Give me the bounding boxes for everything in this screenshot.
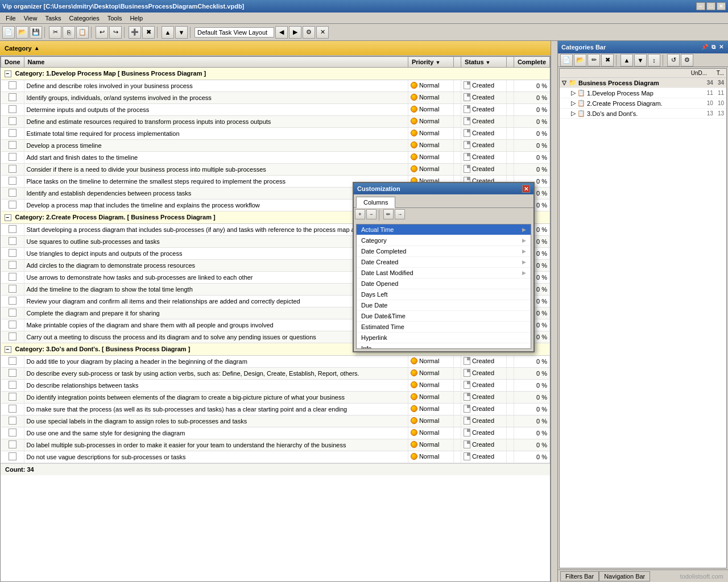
paste-button[interactable]: 📋	[76, 26, 89, 39]
dialog-remove-button[interactable]: −	[366, 209, 377, 219]
done-cell[interactable]	[1, 224, 24, 236]
checkbox[interactable]	[9, 237, 16, 245]
done-cell[interactable]	[1, 272, 24, 284]
done-cell[interactable]	[1, 176, 24, 188]
checkbox[interactable]	[9, 201, 16, 209]
dialog-column-item[interactable]: Estimated Time	[357, 322, 531, 332]
done-cell[interactable]	[1, 427, 24, 439]
main-scrollbar[interactable]	[551, 41, 557, 582]
dialog-column-item[interactable]: Date Opened	[357, 278, 531, 289]
checkbox[interactable]	[9, 417, 16, 425]
done-cell[interactable]	[1, 296, 24, 307]
done-cell[interactable]	[1, 404, 24, 415]
expand-arrow[interactable]: ▷	[571, 99, 576, 107]
checkbox[interactable]	[9, 452, 16, 460]
checkbox[interactable]	[9, 225, 16, 233]
move-up-button[interactable]: ▲	[162, 26, 174, 39]
collapse-arrow[interactable]: −	[5, 214, 11, 221]
done-cell[interactable]	[1, 92, 24, 104]
dialog-arrow-button[interactable]: →	[395, 209, 405, 219]
done-cell[interactable]	[1, 380, 24, 392]
tree-item-3[interactable]: ▷📋 3.Do's and Dont's. 13 13	[560, 109, 726, 119]
dialog-column-item[interactable]: Date Completed▶	[357, 246, 531, 257]
new-button[interactable]: 📄	[2, 26, 15, 39]
menu-help[interactable]: Help	[126, 14, 146, 23]
checkbox[interactable]	[9, 261, 16, 269]
checkbox[interactable]	[9, 321, 16, 329]
col-status[interactable]: Status ▼	[461, 57, 506, 68]
checkbox[interactable]	[9, 273, 16, 281]
checkbox[interactable]	[9, 393, 16, 401]
menu-view[interactable]: View	[20, 14, 41, 23]
done-cell[interactable]	[1, 152, 24, 164]
tree-item-2[interactable]: ▷📋 2.Create Process Diagram. 10 10	[560, 98, 726, 109]
checkbox[interactable]	[9, 249, 16, 257]
done-cell[interactable]	[1, 260, 24, 272]
cat-move-button[interactable]: ↕	[648, 54, 660, 66]
done-cell[interactable]	[1, 80, 24, 92]
checkbox[interactable]	[9, 381, 16, 389]
col-priority[interactable]: Priority ▼	[408, 57, 453, 68]
tree-expand[interactable]: ▽	[562, 80, 566, 86]
panel-pin-button[interactable]: 📌	[700, 44, 709, 51]
menu-file[interactable]: File	[2, 14, 19, 23]
checkbox[interactable]	[9, 129, 16, 137]
done-cell[interactable]	[1, 451, 24, 463]
cat-settings-button[interactable]: ⚙	[681, 54, 693, 66]
checkbox[interactable]	[9, 81, 16, 89]
checkbox[interactable]	[9, 405, 16, 413]
checkbox[interactable]	[9, 332, 16, 340]
done-cell[interactable]	[1, 116, 24, 128]
checkbox[interactable]	[9, 285, 16, 293]
delete-task-button[interactable]: ✖	[142, 26, 155, 39]
dialog-column-item[interactable]: Days Left	[357, 289, 531, 300]
done-cell[interactable]	[1, 140, 24, 152]
filters-bar-tab[interactable]: Filters Bar	[560, 571, 599, 581]
done-cell[interactable]	[1, 392, 24, 404]
cat-new-button[interactable]: 📄	[560, 54, 573, 66]
checkbox[interactable]	[9, 105, 16, 113]
checkbox[interactable]	[9, 177, 16, 185]
expand-arrow[interactable]: ▷	[571, 89, 576, 97]
move-down-button[interactable]: ▼	[175, 26, 188, 39]
minimize-button[interactable]: −	[696, 2, 705, 10]
done-cell[interactable]	[1, 356, 24, 368]
dialog-column-item[interactable]: Due Date	[357, 300, 531, 311]
done-cell[interactable]	[1, 248, 24, 260]
done-cell[interactable]	[1, 439, 24, 451]
checkbox[interactable]	[9, 309, 16, 317]
checkbox[interactable]	[9, 440, 16, 448]
dialog-add-button[interactable]: +	[355, 209, 365, 219]
done-cell[interactable]	[1, 415, 24, 427]
cat-refresh-button[interactable]: ↺	[667, 54, 680, 66]
checkbox[interactable]	[9, 429, 16, 436]
panel-detach-button[interactable]: ⧉	[710, 44, 717, 51]
collapse-arrow[interactable]: −	[5, 346, 11, 353]
menu-tools[interactable]: Tools	[104, 14, 126, 23]
copy-button[interactable]: ⎘	[63, 26, 75, 39]
done-cell[interactable]	[1, 331, 24, 343]
checkbox[interactable]	[9, 141, 16, 149]
layout-settings[interactable]: ⚙	[303, 26, 315, 39]
col-complete[interactable]: Complete	[514, 57, 549, 68]
cat-down-button[interactable]: ▼	[634, 54, 647, 66]
layout-prev[interactable]: ◀	[275, 26, 288, 39]
done-cell[interactable]	[1, 307, 24, 319]
layout-next[interactable]: ▶	[289, 26, 301, 39]
add-task-button[interactable]: ➕	[129, 26, 141, 39]
dialog-column-item[interactable]: Date Last Modified▶	[357, 268, 531, 278]
col-name[interactable]: Name	[24, 57, 408, 68]
sort-arrow[interactable]: ▲	[34, 45, 40, 51]
cut-button[interactable]: ✂	[49, 26, 61, 39]
expand-arrow[interactable]: ▷	[571, 110, 576, 117]
menu-categories[interactable]: Categories	[66, 14, 103, 23]
navigation-bar-tab[interactable]: Navigation Bar	[599, 571, 650, 581]
layout-select[interactable]: Default Task View Layout	[195, 27, 274, 38]
done-cell[interactable]	[1, 199, 24, 211]
done-cell[interactable]	[1, 104, 24, 116]
category-row-0[interactable]: − Category: 1.Develop Process Map [ Busi…	[1, 68, 550, 80]
done-cell[interactable]	[1, 236, 24, 248]
dialog-edit-button[interactable]: ✏	[383, 209, 394, 219]
undo-button[interactable]: ↩	[96, 26, 108, 39]
maximize-button[interactable]: □	[706, 2, 715, 10]
